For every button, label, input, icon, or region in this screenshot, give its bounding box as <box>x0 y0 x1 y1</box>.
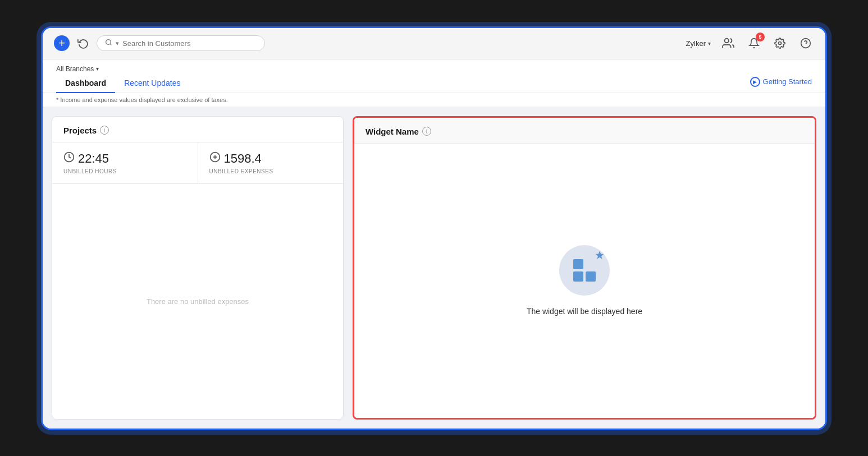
projects-panel: Projects i 22:45 UNBILLED HOURS <box>52 116 344 420</box>
widget-info-icon[interactable]: i <box>422 127 431 136</box>
grid-square-4 <box>586 271 596 282</box>
search-bar[interactable]: ▾ <box>97 35 265 51</box>
org-name-label: Zylker <box>686 39 706 48</box>
widget-icon-circle <box>559 245 610 296</box>
projects-empty-message: There are no unbilled expenses <box>147 297 249 306</box>
clock-icon <box>63 151 75 165</box>
help-button[interactable] <box>797 35 814 52</box>
main-content: Projects i 22:45 UNBILLED HOURS <box>43 107 825 429</box>
svg-point-3 <box>779 42 782 45</box>
nav-right: Zylker ▾ 5 <box>686 35 814 52</box>
projects-title: Projects <box>63 126 97 135</box>
users-button[interactable] <box>720 35 737 52</box>
sub-header-left: All Branches ▾ Dashboard Recent Updates <box>56 59 190 93</box>
tab-dashboard[interactable]: Dashboard <box>56 74 115 93</box>
unbilled-expenses-cell: 1598.4 UNBILLED EXPENSES <box>198 142 344 183</box>
grid-square-3 <box>573 271 583 282</box>
history-button[interactable] <box>75 35 91 51</box>
notification-badge: 5 <box>756 33 765 42</box>
projects-panel-header: Projects i <box>52 117 343 142</box>
widget-body: The widget will be displayed here <box>354 144 815 418</box>
unbilled-hours-number: 22:45 <box>78 151 109 166</box>
add-button[interactable]: + <box>54 35 70 51</box>
projects-empty-body: There are no unbilled expenses <box>52 184 343 419</box>
branches-selector[interactable]: All Branches ▾ <box>56 59 190 73</box>
projects-info-icon[interactable]: i <box>100 126 109 135</box>
branches-chevron-icon: ▾ <box>96 66 99 72</box>
svg-line-1 <box>110 44 111 45</box>
grid-square-2 <box>586 259 596 269</box>
unbilled-expenses-number: 1598.4 <box>224 151 262 166</box>
widget-panel: Widget Name i <box>353 116 816 420</box>
top-nav: + ▾ Zylker ▾ <box>43 28 825 59</box>
widget-placeholder-text: The widget will be displayed here <box>527 307 642 316</box>
widget-header: Widget Name i <box>354 118 815 144</box>
notice-bar: * Income and expense values displayed ar… <box>43 93 825 107</box>
search-icon <box>105 39 112 48</box>
org-chevron-icon: ▾ <box>708 40 711 47</box>
unbilled-expenses-label: UNBILLED EXPENSES <box>209 168 332 174</box>
getting-started-label: Getting Started <box>763 77 812 86</box>
notifications-button[interactable]: 5 <box>746 35 762 52</box>
tab-recent-updates[interactable]: Recent Updates <box>115 74 189 93</box>
unbilled-hours-label: UNBILLED HOURS <box>63 168 186 174</box>
widget-grid-icon <box>573 259 596 282</box>
svg-marker-10 <box>596 251 604 259</box>
svg-point-2 <box>725 39 729 43</box>
getting-started-button[interactable]: ▶ Getting Started <box>750 71 812 93</box>
sub-header: All Branches ▾ Dashboard Recent Updates … <box>43 59 825 93</box>
play-icon: ▶ <box>750 77 760 87</box>
svg-point-0 <box>106 40 111 45</box>
widget-title: Widget Name <box>366 127 419 136</box>
search-input[interactable] <box>122 39 257 48</box>
grid-square-1 <box>573 259 583 269</box>
dollar-icon <box>209 151 221 165</box>
notice-text: * Income and expense values displayed ar… <box>56 96 228 103</box>
settings-button[interactable] <box>771 35 788 52</box>
tabs-container: Dashboard Recent Updates <box>56 74 190 93</box>
org-selector[interactable]: Zylker ▾ <box>686 39 711 48</box>
stats-row: 22:45 UNBILLED HOURS 1598.4 <box>52 142 343 184</box>
unbilled-expenses-value: 1598.4 <box>209 151 332 166</box>
search-dropdown-icon[interactable]: ▾ <box>116 40 119 47</box>
app-frame: + ▾ Zylker ▾ <box>41 26 827 430</box>
unbilled-hours-value: 22:45 <box>63 151 186 166</box>
unbilled-hours-cell: 22:45 UNBILLED HOURS <box>52 142 198 183</box>
branches-label: All Branches <box>56 65 94 73</box>
